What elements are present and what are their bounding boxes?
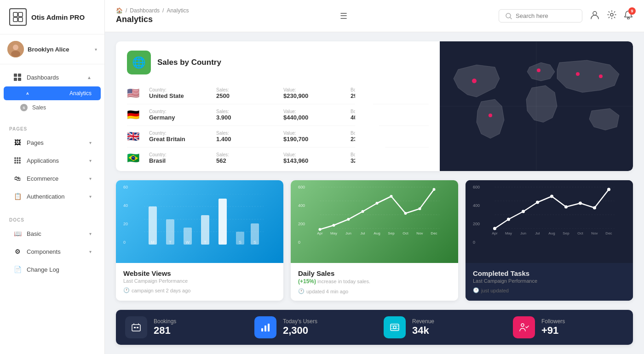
website-views-subtitle: Last Campaign Performance [123, 278, 276, 284]
svg-point-79 [536, 201, 539, 204]
svg-point-5 [13, 45, 18, 50]
sidebar-item-label-analytics: Analytics [69, 90, 92, 97]
svg-point-84 [607, 188, 610, 191]
svg-point-57 [362, 210, 364, 213]
table-row: 🇺🇸 Country: United State Sales: 2500 Val… [127, 83, 429, 104]
line-chart-green-svg: Apr May Jun Jul Aug Sep Oct Nov Dec [309, 185, 451, 235]
svg-rect-3 [18, 17, 23, 22]
notifications-icon[interactable]: 9 [624, 10, 633, 22]
sidebar-item-analytics[interactable]: A Analytics [4, 86, 101, 100]
svg-point-29 [489, 114, 492, 117]
svg-point-101 [393, 326, 396, 329]
svg-point-26 [537, 69, 540, 72]
svg-text:Oct: Oct [402, 231, 408, 235]
svg-rect-8 [18, 74, 21, 77]
svg-point-13 [19, 157, 21, 159]
svg-text:Nov: Nov [591, 231, 598, 235]
stat-followers: Followers +91 [504, 310, 633, 345]
website-views-time: 🕐 campaign sent 2 days ago [123, 287, 276, 293]
svg-point-60 [404, 212, 407, 215]
svg-point-12 [17, 157, 18, 159]
svg-text:Apr: Apr [492, 231, 498, 235]
daily-sales-time: 🕐 updated 4 min ago [298, 288, 451, 294]
app-name: Otis Admin PRO [31, 13, 85, 21]
sidebar-item-pages[interactable]: 🖼 Pages ▾ [4, 134, 101, 151]
sidebar-item-changelog[interactable]: 📄 Change Log [4, 261, 101, 278]
basic-chevron-icon: ▾ [89, 231, 92, 236]
svg-text:F: F [221, 240, 224, 245]
home-icon[interactable]: 🏠 [116, 7, 123, 14]
authentication-icon: 📋 [13, 192, 22, 201]
authentication-chevron-icon: ▾ [89, 194, 92, 199]
breadcrumb-dashboards[interactable]: Dashboards [130, 7, 160, 14]
stat-today-users: Today's Users 2,300 [245, 310, 374, 345]
sidebar-item-authentication[interactable]: 📋 Authentication ▾ [4, 188, 101, 205]
svg-rect-10 [18, 78, 21, 81]
daily-sales-highlight: (+15%) [298, 278, 316, 285]
user-section[interactable]: Brooklyn Alice ▾ [0, 34, 104, 64]
profile-icon[interactable] [590, 10, 600, 22]
flag-de: 🇩🇪 [127, 109, 142, 121]
svg-rect-97 [261, 328, 263, 331]
nav-section-pages: PAGES 🖼 Pages ▾ [0, 118, 104, 209]
sidebar-logo: Otis Admin PRO [0, 0, 104, 34]
avatar [7, 41, 24, 57]
user-name: Brooklyn Alice [28, 46, 69, 53]
svg-point-23 [610, 13, 613, 16]
svg-rect-95 [134, 327, 136, 328]
search-box[interactable] [499, 9, 582, 23]
applications-chevron-icon: ▾ [89, 158, 92, 163]
sidebar-item-applications[interactable]: Applications ▾ [4, 152, 101, 169]
svg-point-55 [333, 224, 335, 227]
menu-icon[interactable]: ☰ [340, 11, 347, 21]
clock-icon: 🕐 [123, 287, 130, 293]
bar-chart-svg: M T W T F S S [132, 194, 276, 245]
svg-text:Sep: Sep [388, 231, 395, 235]
svg-point-11 [14, 157, 16, 159]
breadcrumb-analytics: Analytics [167, 7, 189, 14]
card-header: 🌐 Sales by Country [127, 51, 429, 74]
svg-point-61 [419, 207, 421, 210]
sidebar-item-basic[interactable]: 📖 Basic ▾ [4, 225, 101, 242]
sidebar-item-sales[interactable]: S Sales [0, 101, 104, 114]
flag-us: 🇺🇸 [127, 87, 142, 99]
dashboards-icon [13, 73, 22, 82]
dashboards-chevron-icon: ▲ [87, 75, 92, 80]
revenue-label: Revenue [412, 318, 434, 325]
website-views-info: Website Views Last Campaign Performance … [116, 263, 283, 301]
applications-icon [13, 156, 22, 165]
flag-br: 🇧🇷 [127, 152, 142, 164]
svg-text:Jul: Jul [535, 231, 540, 235]
svg-text:Jul: Jul [360, 231, 365, 235]
svg-text:Aug: Aug [374, 231, 380, 235]
sidebar-item-label-pages: Pages [27, 139, 44, 146]
svg-point-17 [14, 162, 16, 164]
svg-point-83 [593, 206, 596, 210]
completed-tasks-subtitle: Last Campaign Performance [473, 278, 626, 284]
svg-point-82 [579, 202, 582, 205]
sidebar-item-ecommerce[interactable]: 🛍 Ecommerce ▾ [4, 170, 101, 187]
header-left: 🏠 / Dashboards / Analytics Analytics [116, 7, 189, 24]
svg-text:Aug: Aug [548, 231, 555, 235]
svg-point-62 [433, 188, 436, 191]
search-icon [506, 13, 512, 19]
svg-rect-0 [13, 12, 17, 17]
ecommerce-chevron-icon: ▾ [89, 176, 92, 181]
revenue-icon [384, 316, 406, 338]
sidebar-item-components[interactable]: ⚙ Components ▾ [4, 243, 101, 260]
bookings-value: 281 [154, 325, 176, 337]
settings-icon[interactable] [607, 10, 616, 22]
svg-text:T: T [169, 240, 172, 245]
sales-dot: S [20, 104, 28, 111]
sidebar-item-label-changelog: Change Log [27, 266, 59, 273]
svg-rect-40 [218, 199, 227, 245]
pages-chevron-icon: ▾ [89, 140, 92, 145]
bookings-icon [125, 316, 147, 338]
search-input[interactable] [516, 12, 575, 19]
daily-sales-info: Daily Sales (+15%) increase in today sal… [291, 263, 458, 301]
sidebar-item-label-sales: Sales [32, 104, 46, 111]
sidebar-item-dashboards[interactable]: Dashboards ▲ [4, 69, 101, 86]
user-chevron-icon[interactable]: ▾ [95, 47, 97, 52]
bookings-label: Bookings [154, 318, 176, 325]
svg-point-80 [550, 195, 553, 198]
